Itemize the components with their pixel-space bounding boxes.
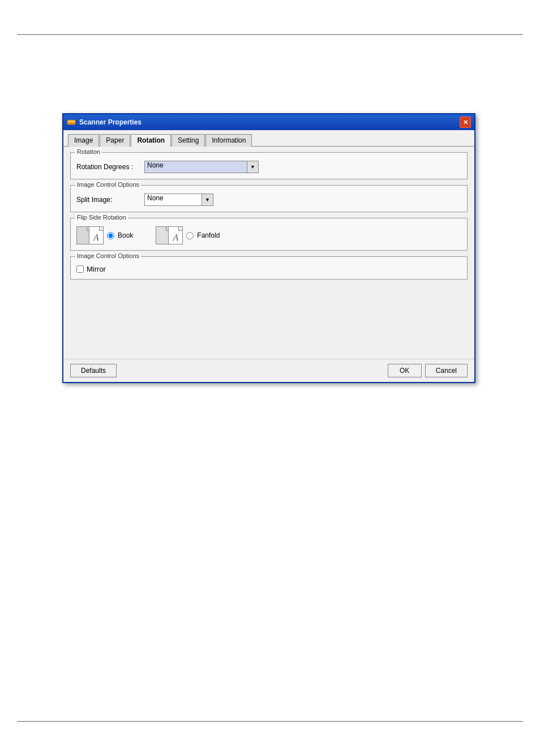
book-page-front: A <box>89 226 104 244</box>
book-corner-front <box>99 227 103 231</box>
fanfold-option: A Fanfold <box>156 226 220 244</box>
dialog-footer: Defaults OK Cancel <box>63 359 474 382</box>
split-image-row: Split Image: None ▼ <box>76 194 461 206</box>
title-bar: Scanner Properties ✕ <box>63 114 474 130</box>
split-image-arrow[interactable]: ▼ <box>202 194 213 205</box>
top-rule <box>17 34 523 35</box>
defaults-button[interactable]: Defaults <box>70 364 117 377</box>
ok-button[interactable]: OK <box>388 364 422 377</box>
footer-right-buttons: OK Cancel <box>388 364 468 377</box>
rotation-group-label: Rotation <box>75 148 102 155</box>
dialog-title: Scanner Properties <box>79 118 142 126</box>
title-bar-left: Scanner Properties <box>67 118 142 127</box>
image-control-label2: Image Control Options <box>75 252 141 259</box>
book-icon: A <box>76 226 104 244</box>
rotation-degrees-dropdown[interactable]: None ▼ <box>144 161 259 173</box>
tab-bar: Image Paper Rotation Setting Information <box>63 130 474 147</box>
rotation-group: Rotation Rotation Degrees : None ▼ <box>70 152 468 179</box>
dialog-body: Rotation Rotation Degrees : None ▼ Image… <box>63 147 474 359</box>
fanfold-icon: A <box>156 226 183 244</box>
book-option: A Book <box>76 226 133 244</box>
fanfold-corner-front <box>178 227 182 231</box>
split-image-dropdown[interactable]: None ▼ <box>144 194 213 206</box>
spacer <box>70 285 468 353</box>
mirror-label: Mirror <box>87 265 106 273</box>
page-background: Scanner Properties ✕ Image Paper Rotatio… <box>0 0 540 756</box>
book-letter: A <box>93 233 99 243</box>
mirror-checkbox-item[interactable]: Mirror <box>76 265 106 273</box>
image-control-group2: Image Control Options Mirror <box>70 256 468 280</box>
fanfold-page-front: A <box>168 226 183 244</box>
rotation-degrees-arrow[interactable]: ▼ <box>247 161 258 173</box>
flip-side-label: Flip Side Rotation <box>75 214 128 221</box>
svg-rect-2 <box>68 123 75 124</box>
rotation-degrees-value: None <box>145 161 247 173</box>
fanfold-letter: A <box>173 233 178 243</box>
mirror-row: Mirror <box>76 265 461 273</box>
flip-side-group: Flip Side Rotation A <box>70 218 468 251</box>
tab-paper[interactable]: Paper <box>100 134 130 147</box>
image-control-label1: Image Control Options <box>75 181 141 188</box>
scanner-properties-dialog: Scanner Properties ✕ Image Paper Rotatio… <box>62 113 475 383</box>
tab-image[interactable]: Image <box>68 134 99 147</box>
tab-rotation[interactable]: Rotation <box>131 134 171 147</box>
close-button[interactable]: ✕ <box>460 117 471 128</box>
rotation-degrees-row: Rotation Degrees : None ▼ <box>76 161 461 173</box>
rotation-degrees-label: Rotation Degrees : <box>76 163 139 171</box>
fanfold-radio[interactable] <box>186 232 194 239</box>
bottom-rule <box>17 721 523 722</box>
image-control-group1: Image Control Options Split Image: None … <box>70 185 468 212</box>
book-radio[interactable] <box>107 232 114 239</box>
split-image-value: None <box>145 194 202 205</box>
fanfold-label: Fanfold <box>197 231 220 239</box>
cancel-button[interactable]: Cancel <box>425 364 468 377</box>
mirror-checkbox[interactable] <box>76 265 84 273</box>
tab-setting[interactable]: Setting <box>172 134 205 147</box>
split-image-label: Split Image: <box>76 196 139 204</box>
scanner-icon <box>67 118 76 127</box>
book-label: Book <box>118 231 133 239</box>
flip-side-options-row: A Book <box>76 226 461 244</box>
svg-rect-1 <box>68 121 74 122</box>
tab-information[interactable]: Information <box>205 134 252 147</box>
